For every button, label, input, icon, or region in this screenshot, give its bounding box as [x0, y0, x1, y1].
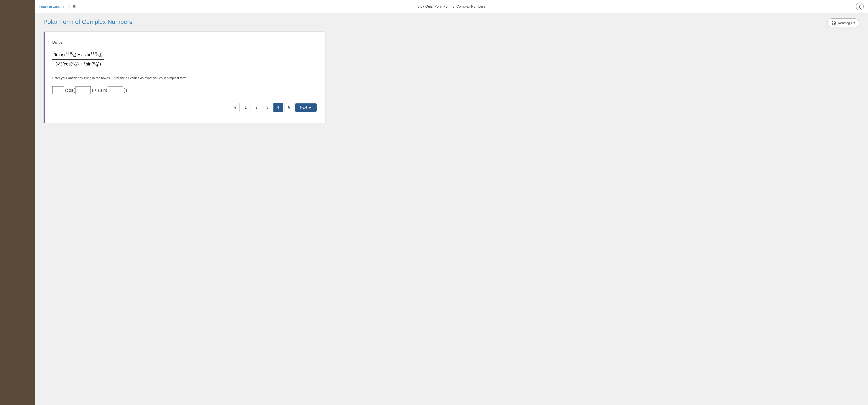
open-paren: (cos( [65, 88, 75, 93]
page-2-button[interactable]: 2 [252, 103, 261, 112]
quiz-title: 5.07 Quiz: Polar Form of Complex Numbers [417, 5, 485, 8]
page-5-button[interactable]: 5 [284, 103, 294, 112]
math-denominator: 3√3(cos(π⁄4) + i sin(π⁄4)) [54, 60, 102, 68]
page-4-button[interactable]: 4 [273, 103, 283, 112]
main-content: ‹ Back to Content ≡ 5.07 Quiz: Polar For… [35, 0, 868, 405]
pagination-row: ◄ 1 2 3 4 5 Next ► [52, 103, 317, 112]
page-title: Polar Form of Complex Numbers [43, 19, 132, 25]
next-button[interactable]: Next ► [295, 103, 317, 112]
reading-off-label: Reading Off [838, 21, 855, 25]
answer-coefficient-input[interactable] [52, 86, 64, 94]
math-numerator: 9(cos(11π⁄6) + i sin(11π⁄6)) [52, 51, 104, 60]
close-cos: ) + i sin( [92, 88, 107, 93]
page-header: Polar Form of Complex Numbers 🎧 Reading … [43, 19, 859, 27]
back-to-content-link[interactable]: ‹ Back to Content [39, 5, 64, 8]
back-chevron-icon: ‹ [39, 5, 40, 8]
back-circle-button[interactable]: ❮ [856, 3, 864, 10]
next-arrow-icon: ► [308, 106, 312, 109]
left-panel [0, 0, 35, 405]
question-text: Divide. [52, 40, 317, 45]
answer-cos-input[interactable] [75, 86, 91, 94]
top-bar: ‹ Back to Content ≡ 5.07 Quiz: Polar For… [35, 0, 868, 13]
page-1-button[interactable]: 1 [241, 103, 250, 112]
back-to-content-label: Back to Content [41, 5, 64, 8]
answer-row: (cos( ) + i sin( )) [52, 86, 317, 94]
page-body: Polar Form of Complex Numbers 🎧 Reading … [35, 13, 868, 405]
answer-sin-input[interactable] [108, 86, 123, 94]
next-label: Next [300, 106, 307, 109]
page-3-button[interactable]: 3 [262, 103, 272, 112]
instruction-text: Enter your answer by filling in the boxe… [52, 76, 317, 80]
headphone-icon: 🎧 [831, 21, 836, 25]
accent-bar [43, 32, 45, 123]
content-area: Divide. 9(cos(11π⁄6) + i sin(11π⁄6)) 3√3… [43, 31, 326, 123]
prev-page-button[interactable]: ◄ [230, 103, 240, 112]
dots-menu[interactable] [68, 4, 70, 9]
reading-off-button[interactable]: 🎧 Reading Off [827, 19, 859, 27]
close-paren: )) [124, 88, 127, 93]
hamburger-icon[interactable]: ≡ [73, 4, 76, 9]
math-fraction: 9(cos(11π⁄6) + i sin(11π⁄6)) 3√3(cos(π⁄4… [52, 51, 104, 67]
